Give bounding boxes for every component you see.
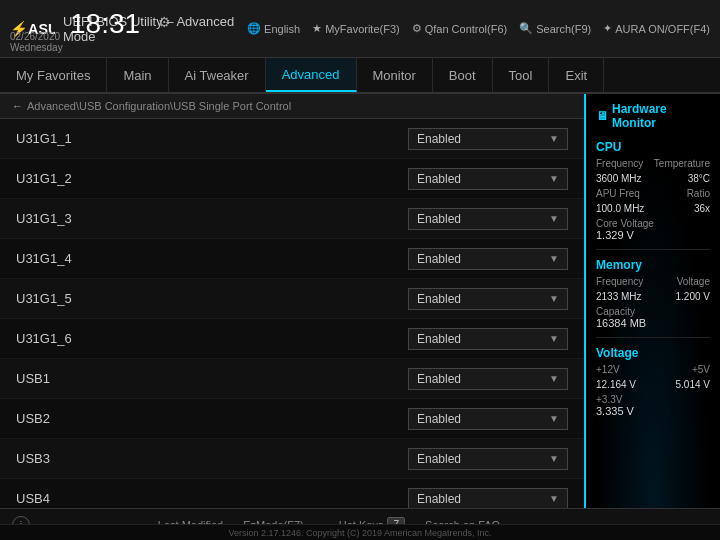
fan-icon: ⚙	[412, 22, 422, 35]
mem-capacity-value: 16384 MB	[596, 317, 710, 329]
aura-label: AURA ON/OFF(F4)	[615, 23, 710, 35]
left-panel: ← Advanced\USB Configuration\USB Single …	[0, 94, 584, 508]
cpu-temp-label: Temperature	[654, 158, 710, 169]
dropdown-arrow: ▼	[549, 293, 559, 304]
star-icon: ★	[312, 22, 322, 35]
setting-value-u31g16[interactable]: Enabled ▼	[408, 328, 568, 350]
cpu-ratio-label: Ratio	[687, 188, 710, 199]
setting-row-usb1: USB1 Enabled ▼	[0, 359, 584, 399]
dropdown-usb4[interactable]: Enabled ▼	[408, 488, 568, 509]
dropdown-arrow: ▼	[549, 173, 559, 184]
dropdown-usb3[interactable]: Enabled ▼	[408, 448, 568, 470]
setting-label-u31g11: U31G1_1	[16, 131, 72, 146]
volt-12-label: +12V	[596, 364, 620, 375]
setting-label-usb1: USB1	[16, 371, 50, 386]
cpu-apufreq-value-row: 100.0 MHz 36x	[596, 203, 710, 214]
language-icon-item[interactable]: 🌐 English	[247, 22, 300, 35]
version-text: Version 2.17.1246. Copyright (C) 2019 Am…	[228, 528, 491, 538]
mem-volt-label: Voltage	[677, 276, 710, 287]
setting-label-usb3: USB3	[16, 451, 50, 466]
dropdown-u31g12[interactable]: Enabled ▼	[408, 168, 568, 190]
cpu-corevolt-value: 1.329 V	[596, 229, 710, 241]
mem-capacity-label: Capacity	[596, 306, 710, 317]
setting-label-u31g15: U31G1_5	[16, 291, 72, 306]
cpu-section-title: CPU	[596, 140, 710, 154]
cpu-freq-value: 3600 MHz	[596, 173, 642, 184]
dropdown-u31g16[interactable]: Enabled ▼	[408, 328, 568, 350]
time-display: 18:31	[70, 8, 140, 40]
nav-monitor[interactable]: Monitor	[357, 58, 433, 92]
setting-label-usb4: USB4	[16, 491, 50, 506]
qfan-label: Qfan Control(F6)	[425, 23, 508, 35]
cpu-temp-value: 38°C	[688, 173, 710, 184]
globe-icon: 🌐	[247, 22, 261, 35]
cpu-divider	[596, 249, 710, 250]
nav-main[interactable]: Main	[107, 58, 168, 92]
setting-value-u31g14[interactable]: Enabled ▼	[408, 248, 568, 270]
myfavorite-label: MyFavorite(F3)	[325, 23, 400, 35]
top-bar: ⚡ASUS UEFI BIOS Utility – Advanced Mode …	[0, 0, 720, 58]
setting-row-u31g15: U31G1_5 Enabled ▼	[0, 279, 584, 319]
setting-row-u31g12: U31G1_2 Enabled ▼	[0, 159, 584, 199]
hardware-monitor-panel: 🖥 Hardware Monitor CPU Frequency Tempera…	[584, 94, 720, 508]
top-icons: 🌐 English ★ MyFavorite(F3) ⚙ Qfan Contro…	[247, 22, 710, 35]
hardware-monitor-title: 🖥 Hardware Monitor	[596, 102, 710, 130]
dropdown-arrow: ▼	[549, 253, 559, 264]
version-bar: Version 2.17.1246. Copyright (C) 2019 Am…	[0, 524, 720, 540]
dropdown-u31g15[interactable]: Enabled ▼	[408, 288, 568, 310]
aura-icon-item[interactable]: ✦ AURA ON/OFF(F4)	[603, 22, 710, 35]
back-arrow-icon[interactable]: ←	[12, 100, 23, 112]
breadcrumb-path: Advanced\USB Configuration\USB Single Po…	[27, 100, 291, 112]
cpu-corevolt-label: Core Voltage	[596, 218, 710, 229]
dropdown-arrow: ▼	[549, 413, 559, 424]
dropdown-u31g13[interactable]: Enabled ▼	[408, 208, 568, 230]
memory-section-title: Memory	[596, 258, 710, 272]
date-display: 02/26/2020 Wednesday	[10, 31, 63, 53]
dropdown-usb2[interactable]: Enabled ▼	[408, 408, 568, 430]
setting-value-u31g12[interactable]: Enabled ▼	[408, 168, 568, 190]
nav-aitweaker[interactable]: Ai Tweaker	[169, 58, 266, 92]
dropdown-u31g11[interactable]: Enabled ▼	[408, 128, 568, 150]
qfan-icon-item[interactable]: ⚙ Qfan Control(F6)	[412, 22, 508, 35]
setting-value-usb2[interactable]: Enabled ▼	[408, 408, 568, 430]
cpu-freq-label: Frequency	[596, 158, 643, 169]
nav-tool[interactable]: Tool	[493, 58, 550, 92]
cpu-ratio-value: 36x	[694, 203, 710, 214]
breadcrumb: ← Advanced\USB Configuration\USB Single …	[0, 94, 584, 119]
light-icon: ✦	[603, 22, 612, 35]
setting-row-u31g16: U31G1_6 Enabled ▼	[0, 319, 584, 359]
setting-row-usb2: USB2 Enabled ▼	[0, 399, 584, 439]
main-layout: ← Advanced\USB Configuration\USB Single …	[0, 94, 720, 508]
cpu-apufreq-value: 100.0 MHz	[596, 203, 644, 214]
setting-value-usb4[interactable]: Enabled ▼	[408, 488, 568, 509]
nav-myfavorites[interactable]: My Favorites	[0, 58, 107, 92]
nav-boot[interactable]: Boot	[433, 58, 493, 92]
volt-5-label: +5V	[692, 364, 710, 375]
setting-value-u31g11[interactable]: Enabled ▼	[408, 128, 568, 150]
dropdown-u31g14[interactable]: Enabled ▼	[408, 248, 568, 270]
monitor-icon: 🖥	[596, 109, 608, 123]
volt-33-label: +3.3V	[596, 394, 710, 405]
nav-exit[interactable]: Exit	[549, 58, 604, 92]
volt-12-value-row: 12.164 V 5.014 V	[596, 379, 710, 390]
memory-divider	[596, 337, 710, 338]
setting-value-usb3[interactable]: Enabled ▼	[408, 448, 568, 470]
dropdown-usb1[interactable]: Enabled ▼	[408, 368, 568, 390]
myfavorite-icon-item[interactable]: ★ MyFavorite(F3)	[312, 22, 400, 35]
nav-advanced[interactable]: Advanced	[266, 58, 357, 92]
dropdown-arrow: ▼	[549, 133, 559, 144]
mem-freq-value: 2133 MHz	[596, 291, 642, 302]
settings-clock-icon[interactable]: ⚙	[158, 14, 171, 30]
setting-row-u31g14: U31G1_4 Enabled ▼	[0, 239, 584, 279]
voltage-section-title: Voltage	[596, 346, 710, 360]
setting-value-u31g15[interactable]: Enabled ▼	[408, 288, 568, 310]
volt-12-value: 12.164 V	[596, 379, 636, 390]
search-icon-item[interactable]: 🔍 Search(F9)	[519, 22, 591, 35]
setting-value-usb1[interactable]: Enabled ▼	[408, 368, 568, 390]
setting-value-u31g13[interactable]: Enabled ▼	[408, 208, 568, 230]
search-label: Search(F9)	[536, 23, 591, 35]
nav-bar: My Favorites Main Ai Tweaker Advanced Mo…	[0, 58, 720, 94]
dropdown-arrow: ▼	[549, 493, 559, 504]
language-label: English	[264, 23, 300, 35]
volt-5-value: 5.014 V	[676, 379, 710, 390]
